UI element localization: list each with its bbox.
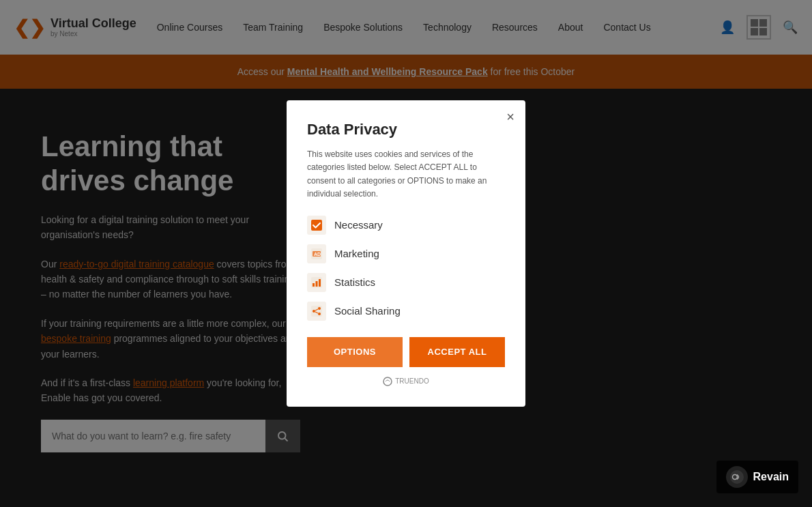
consent-item-statistics[interactable]: Statistics — [307, 273, 505, 292]
svg-point-16 — [383, 377, 392, 386]
modal-title: Data Privacy — [307, 121, 505, 139]
data-privacy-modal: × Data Privacy This website uses cookies… — [287, 100, 525, 407]
truendo-icon — [383, 377, 392, 386]
revain-icon — [726, 466, 748, 488]
svg-point-13 — [318, 313, 321, 315]
modal-description: This website uses cookies and services o… — [307, 148, 505, 201]
svg-rect-7 — [313, 283, 315, 287]
marketing-label: Marketing — [334, 248, 379, 259]
modal-overlay: × Data Privacy This website uses cookies… — [0, 0, 812, 507]
svg-rect-8 — [316, 281, 318, 287]
consent-item-marketing[interactable]: AD Marketing — [307, 244, 505, 263]
ad-icon: AD — [311, 248, 322, 259]
modal-buttons: OPTIONS ACCEPT ALL — [307, 337, 505, 367]
chart-icon — [311, 277, 322, 288]
consent-item-necessary[interactable]: Necessary — [307, 216, 505, 235]
truendo-label: TRUENDO — [395, 377, 429, 385]
social-sharing-icon — [307, 302, 326, 321]
revain-widget[interactable]: Revain — [716, 461, 798, 493]
revain-label: Revain — [753, 471, 789, 483]
marketing-icon: AD — [307, 244, 326, 263]
consent-item-social-sharing[interactable]: Social Sharing — [307, 302, 505, 321]
necessary-label: Necessary — [334, 219, 383, 231]
statistics-icon — [307, 273, 326, 292]
social-sharing-label: Social Sharing — [334, 305, 401, 317]
svg-text:AD: AD — [314, 252, 321, 257]
modal-close-button[interactable]: × — [506, 110, 514, 124]
necessary-icon — [307, 216, 326, 235]
svg-rect-9 — [319, 279, 321, 287]
options-button[interactable]: OPTIONS — [307, 337, 403, 367]
consent-items-list: Necessary AD Marketing — [307, 216, 505, 321]
accept-all-button[interactable]: ACCEPT ALL — [409, 337, 505, 367]
share-icon — [311, 306, 322, 317]
svg-point-11 — [318, 307, 321, 310]
statistics-label: Statistics — [334, 276, 375, 288]
checkmark-icon — [311, 220, 322, 231]
revain-logo-icon — [729, 469, 744, 484]
truendo-branding: TRUENDO — [307, 377, 505, 386]
svg-point-12 — [313, 310, 315, 313]
